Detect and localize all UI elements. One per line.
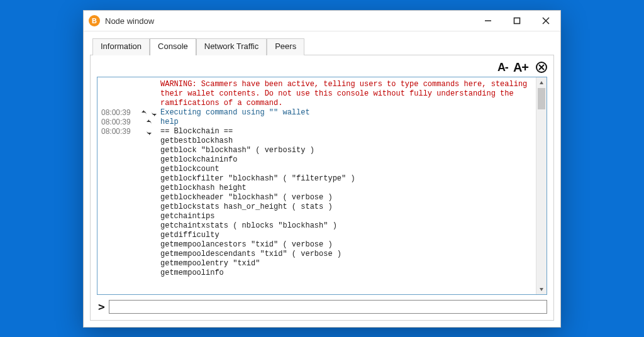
command-input[interactable] [109,300,547,314]
timestamp: 08:00:39 [99,127,138,136]
tab-information[interactable]: Information [92,38,150,55]
window-title: Node window [105,16,154,26]
bitcoin-icon: B [89,15,100,26]
minimize-icon [484,17,492,25]
command-text: help [160,118,535,127]
prompt-icon: > [97,301,105,312]
reply-out-icon [140,109,148,118]
close-button[interactable] [531,11,560,31]
font-increase-button[interactable]: A+ [513,61,528,74]
clear-console-button[interactable] [536,62,547,73]
minimize-button[interactable] [474,11,502,31]
console-scroll[interactable]: WARNING: Scammers have been active, tell… [97,77,536,294]
vertical-scrollbar[interactable] [536,77,547,294]
tab-network-traffic[interactable]: Network Traffic [196,38,267,55]
timestamp: 08:00:39 [99,108,138,118]
direction-col [138,108,160,118]
reply-in-icon [150,109,158,118]
scroll-down-arrow-icon[interactable] [536,284,547,294]
reply-out-icon [145,118,153,127]
console-toolbar: A- A+ [97,60,547,77]
tab-peers[interactable]: Peers [267,38,304,55]
console-panel: A- A+ WARNING: Scammers have been active… [90,55,554,321]
close-icon [542,17,550,25]
console-row-warning: WARNING: Scammers have been active, tell… [99,80,535,108]
console-row: 08:00:39 Executing command using "" wall… [99,108,535,118]
scroll-up-arrow-icon[interactable] [536,77,547,88]
console-row: 08:00:39 == Blockchain == getbestblockha… [99,127,535,278]
client-area: Information Console Network Traffic Peer… [84,31,560,327]
exec-text: Executing command using "" wallet [160,108,535,118]
direction-col [138,127,160,136]
output-text: == Blockchain == getbestblockhash getblo… [160,127,535,278]
console-output: WARNING: Scammers have been active, tell… [97,77,547,295]
font-decrease-button[interactable]: A- [497,62,508,73]
command-input-row: > [97,300,547,314]
tab-bar: Information Console Network Traffic Peer… [90,38,554,55]
console-row: 08:00:39 help [99,118,535,127]
titlebar: B Node window [84,11,560,31]
reply-in-icon [145,128,153,136]
node-window: B Node window Information Console Networ… [83,10,561,328]
timestamp: 08:00:39 [99,118,138,127]
svg-marker-7 [540,288,543,291]
direction-col [138,118,160,127]
x-icon [538,64,545,70]
maximize-icon [513,17,521,25]
svg-marker-6 [540,81,543,84]
scrollbar-thumb[interactable] [538,88,545,109]
scrollbar-track[interactable] [536,88,547,284]
svg-rect-1 [514,18,520,24]
bitcoin-b: B [92,18,97,25]
tab-console[interactable]: Console [150,38,196,55]
direction-col [138,80,160,80]
warning-text: WARNING: Scammers have been active, tell… [160,80,535,108]
maximize-button[interactable] [502,11,531,31]
